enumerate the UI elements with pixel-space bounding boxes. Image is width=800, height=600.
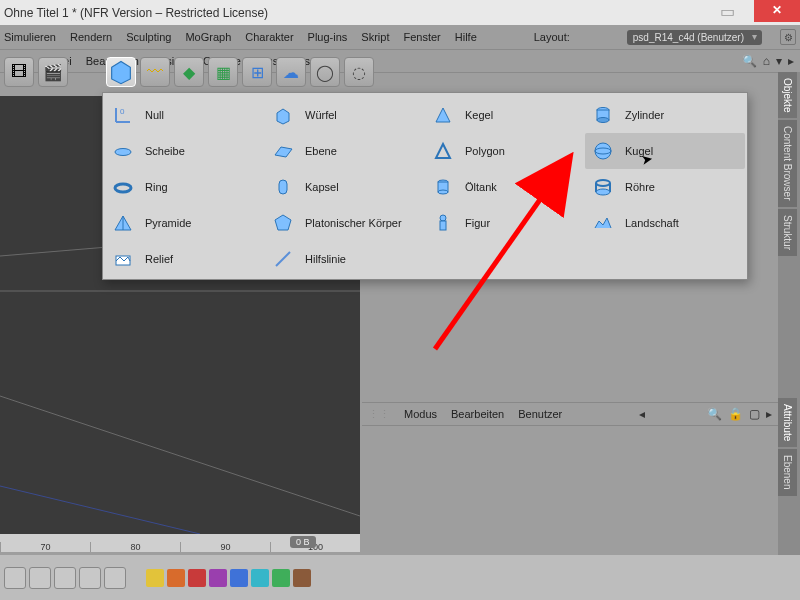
layout-selector[interactable]: psd_R14_c4d (Benutzer) [627, 30, 762, 45]
window-maximize-button[interactable]: ▭ [704, 0, 750, 22]
primitive-kegel[interactable]: Kegel [425, 97, 585, 133]
sphere-icon [591, 139, 615, 163]
svg-line-4 [0, 486, 200, 534]
menu-charakter[interactable]: Charakter [245, 31, 293, 43]
primitive-zylinder[interactable]: Zylinder [585, 97, 745, 133]
primitive-hilfslinie[interactable]: Hilfslinie [265, 241, 425, 277]
swatch-yellow[interactable] [146, 569, 164, 587]
tool-spline-icon[interactable]: 〰 [140, 57, 170, 87]
tool-array-icon[interactable]: ▦ [208, 57, 238, 87]
svg-rect-19 [279, 180, 287, 194]
primitive-polygon[interactable]: Polygon [425, 133, 585, 169]
cube-icon [271, 103, 295, 127]
timeline-end-icon[interactable] [104, 567, 126, 589]
menu-rendern[interactable]: Rendern [70, 31, 112, 43]
figure-icon [431, 211, 455, 235]
primitive-oeltank[interactable]: Öltank [425, 169, 585, 205]
swatch-green[interactable] [272, 569, 290, 587]
disc-icon [111, 139, 135, 163]
menu-fenster[interactable]: Fenster [403, 31, 440, 43]
menu-sculpting[interactable]: Sculpting [126, 31, 171, 43]
main-menu-bar: Simulieren Rendern Sculpting MoGraph Cha… [0, 25, 800, 49]
svg-line-3 [0, 396, 360, 516]
menu-plugins[interactable]: Plug-ins [308, 31, 348, 43]
primitive-landschaft[interactable]: Landschaft [585, 205, 745, 241]
layout-label: Layout: [534, 31, 570, 43]
tool-render-icon[interactable]: 🎞 [4, 57, 34, 87]
platonic-icon [271, 211, 295, 235]
menu-skript[interactable]: Skript [361, 31, 389, 43]
menu-simulieren[interactable]: Simulieren [4, 31, 56, 43]
svg-marker-9 [436, 108, 450, 122]
attr-new-icon[interactable]: ▢ [749, 407, 760, 421]
tool-deformer-icon[interactable]: ⊞ [242, 57, 272, 87]
primitive-platon[interactable]: Platonischer Körper [265, 205, 425, 241]
svg-point-23 [596, 180, 610, 186]
attrmenu-modus[interactable]: Modus [404, 408, 437, 420]
tab-struktur[interactable]: Struktur [778, 209, 797, 256]
tool-light-icon[interactable]: ◌ [344, 57, 374, 87]
primitive-null[interactable]: 0Null [105, 97, 265, 133]
primitive-pyramide[interactable]: Pyramide [105, 205, 265, 241]
svg-text:0: 0 [120, 107, 125, 116]
tab-objekte[interactable]: Objekte [778, 72, 797, 118]
window-close-button[interactable]: ✕ [754, 0, 800, 22]
svg-point-12 [597, 118, 609, 123]
primitive-kapsel[interactable]: Kapsel [265, 169, 425, 205]
timeline-next-icon[interactable] [79, 567, 101, 589]
tool-clapper-icon[interactable]: 🎬 [38, 57, 68, 87]
relief-icon [111, 247, 135, 271]
memory-indicator: 0 B [290, 536, 316, 548]
svg-marker-0 [112, 62, 131, 84]
attr-menu-icon[interactable]: ▸ [766, 407, 772, 421]
menu-hilfe[interactable]: Hilfe [455, 31, 477, 43]
tool-camera-icon[interactable]: ◯ [310, 57, 340, 87]
guide-icon [271, 247, 295, 271]
cylinder-icon [591, 103, 615, 127]
primitive-scheibe[interactable]: Scheibe [105, 133, 265, 169]
swatch-brown[interactable] [293, 569, 311, 587]
svg-point-22 [438, 190, 448, 194]
menu-mograph[interactable]: MoGraph [185, 31, 231, 43]
tab-content-browser[interactable]: Content Browser [778, 120, 797, 206]
layout-settings-icon[interactable]: ⚙ [780, 29, 796, 45]
window-title: Ohne Titel 1 * (NFR Version – Restricted… [4, 6, 796, 20]
swatch-cyan[interactable] [251, 569, 269, 587]
svg-point-18 [115, 184, 131, 192]
svg-point-13 [115, 149, 131, 156]
swatch-red[interactable] [188, 569, 206, 587]
attrmenu-bearbeiten[interactable]: Bearbeiten [451, 408, 504, 420]
primitive-figur[interactable]: Figur [425, 205, 585, 241]
landscape-icon [591, 211, 615, 235]
plane-icon [271, 139, 295, 163]
primitive-ring[interactable]: Ring [105, 169, 265, 205]
attr-search-icon[interactable]: 🔍 [707, 407, 722, 421]
timeline-play-icon[interactable] [54, 567, 76, 589]
svg-point-26 [596, 189, 610, 195]
timeline-prev-icon[interactable] [29, 567, 51, 589]
tab-attribute[interactable]: Attribute [778, 398, 797, 447]
swatch-orange[interactable] [167, 569, 185, 587]
tab-ebenen[interactable]: Ebenen [778, 449, 797, 495]
tool-nurbs-icon[interactable]: ◆ [174, 57, 204, 87]
attr-lock-icon[interactable]: 🔒 [728, 407, 743, 421]
attrmenu-benutzer[interactable]: Benutzer [518, 408, 562, 420]
tool-environment-icon[interactable]: ☁ [276, 57, 306, 87]
primitive-ebene[interactable]: Ebene [265, 133, 425, 169]
svg-marker-8 [277, 109, 289, 124]
swatch-purple[interactable] [209, 569, 227, 587]
tool-primitive-cube-icon[interactable] [106, 57, 136, 87]
primitive-kugel[interactable]: Kugel [585, 133, 745, 169]
primitive-wuerfel[interactable]: Würfel [265, 97, 425, 133]
back-icon[interactable]: ◂ [639, 407, 645, 421]
svg-point-16 [595, 143, 611, 159]
oiltank-icon [431, 175, 455, 199]
timeline-start-icon[interactable] [4, 567, 26, 589]
svg-marker-29 [275, 215, 291, 230]
torus-icon [111, 175, 135, 199]
primitive-roehre[interactable]: Röhre [585, 169, 745, 205]
primitives-popup: 0Null Würfel Kegel Zylinder Scheibe Eben… [102, 92, 748, 280]
side-tab-strip: Objekte Content Browser Struktur Attribu… [778, 72, 800, 582]
primitive-relief[interactable]: Relief [105, 241, 265, 277]
swatch-blue[interactable] [230, 569, 248, 587]
